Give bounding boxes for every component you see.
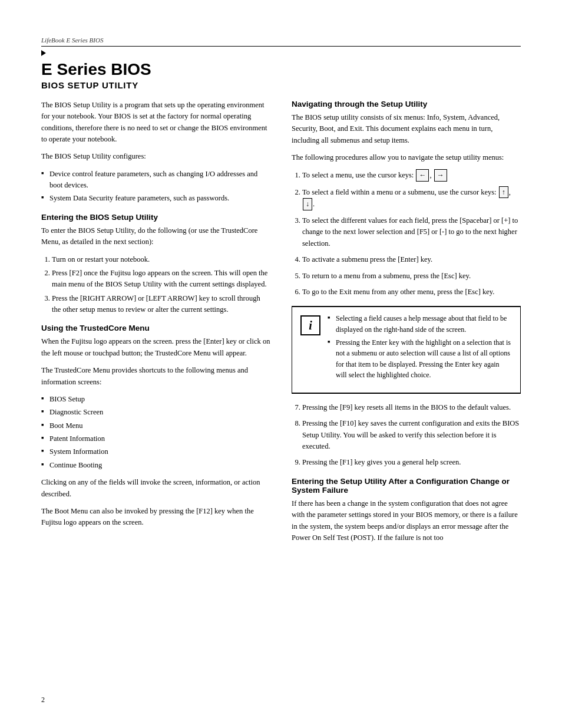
boot-para: The Boot Menu can also be invoked by pre… bbox=[41, 506, 270, 529]
list-item: To go to the Exit menu from any other me… bbox=[302, 286, 521, 298]
list-item: Selecting a field causes a help message … bbox=[328, 313, 512, 335]
cursor-key-up: ↑ bbox=[499, 186, 508, 199]
page-main-title: E Series BIOS bbox=[41, 61, 521, 79]
list-item: Press [F2] once the Fujitsu logo appears… bbox=[52, 268, 270, 291]
info-content: Selecting a field causes a help message … bbox=[328, 313, 512, 387]
list-item: Diagnostic Screen bbox=[41, 407, 270, 418]
following-para: The following procedures allow you to na… bbox=[292, 152, 521, 163]
intro-para-1: The BIOS Setup Utility is a program that… bbox=[41, 100, 270, 146]
list-item: System Data Security feature parameters,… bbox=[41, 193, 270, 204]
navigating-heading: Navigating through the Setup Utility bbox=[292, 100, 521, 108]
trustedcore-para1: When the Fujitsu logo appears on the scr… bbox=[41, 336, 270, 359]
list-item: Device control feature parameters, such … bbox=[41, 169, 270, 192]
remaining-steps-list: Pressing the [F9] key resets all items i… bbox=[302, 402, 521, 469]
info-box: i Selecting a field causes a help messag… bbox=[292, 306, 521, 394]
config-heading: Entering the Setup Utility After a Confi… bbox=[292, 477, 521, 495]
list-item: System Information bbox=[41, 446, 270, 457]
info-icon: i bbox=[300, 315, 320, 335]
left-column: The BIOS Setup Utility is a program that… bbox=[41, 100, 270, 535]
cursor-key-right: → bbox=[434, 169, 447, 182]
configures-list: Device control feature parameters, such … bbox=[41, 169, 270, 205]
header-area: LifeBook E Series BIOS bbox=[41, 35, 521, 47]
two-col-layout: The BIOS Setup Utility is a program that… bbox=[41, 100, 521, 549]
list-item: Pressing the [F10] key saves the current… bbox=[302, 418, 521, 452]
entering-intro: To enter the BIOS Setup Utility, do the … bbox=[41, 225, 270, 248]
list-item: To select a field within a menu or a sub… bbox=[302, 186, 521, 210]
entering-heading: Entering the BIOS Setup Utility bbox=[41, 213, 270, 222]
cursor-key-left: ← bbox=[416, 169, 429, 182]
cursor-key-down: ↓ bbox=[303, 198, 312, 210]
page-sub-title: BIOS SETUP UTILITY bbox=[41, 80, 521, 90]
entering-steps-list: Turn on or restart your notebook. Press … bbox=[52, 254, 270, 316]
list-item: Continue Booting bbox=[41, 460, 270, 471]
list-item: Pressing the Enter key with the highligh… bbox=[328, 337, 512, 381]
list-item: Turn on or restart your notebook. bbox=[52, 254, 270, 265]
list-item: Boot Menu bbox=[41, 420, 270, 431]
intro-para-2: The BIOS Setup Utility configures: bbox=[41, 151, 270, 162]
list-item: To select a menu, use the cursor keys: ←… bbox=[302, 169, 521, 182]
right-column: Navigating through the Setup Utility The… bbox=[292, 100, 521, 549]
info-bullet-list: Selecting a field causes a help message … bbox=[328, 313, 512, 381]
trustedcore-para2: The TrustedCore Menu provides shortcuts … bbox=[41, 365, 270, 388]
trustedcore-items-list: BIOS Setup Diagnostic Screen Boot Menu P… bbox=[41, 394, 270, 471]
trustedcore-heading: Using the TrustedCore Menu bbox=[41, 324, 270, 332]
nav-steps-list: To select a menu, use the cursor keys: ←… bbox=[302, 169, 521, 298]
list-item: To activate a submenu press the [Enter] … bbox=[302, 254, 521, 265]
list-item: To select the different values for each … bbox=[302, 215, 521, 249]
config-para: If there has been a change in the system… bbox=[292, 498, 521, 544]
triangle-marker-icon bbox=[41, 50, 46, 56]
list-item: BIOS Setup bbox=[41, 394, 270, 405]
list-item: Patent Information bbox=[41, 433, 270, 444]
list-item: Press the [RIGHT ARROW] or [LEFT ARROW] … bbox=[52, 293, 270, 316]
clicking-para: Clicking on any of the fields will invok… bbox=[41, 477, 270, 500]
page: LifeBook E Series BIOS E Series BIOS BIO… bbox=[0, 0, 562, 728]
list-item: Pressing the [F9] key resets all items i… bbox=[302, 402, 521, 413]
list-item: Pressing the [F1] key gives you a genera… bbox=[302, 457, 521, 468]
navigating-para: The BIOS setup utility consists of six m… bbox=[292, 112, 521, 146]
series-label: LifeBook E Series BIOS bbox=[41, 37, 103, 44]
page-number: 2 bbox=[41, 696, 45, 704]
list-item: To return to a menu from a submenu, pres… bbox=[302, 271, 521, 282]
